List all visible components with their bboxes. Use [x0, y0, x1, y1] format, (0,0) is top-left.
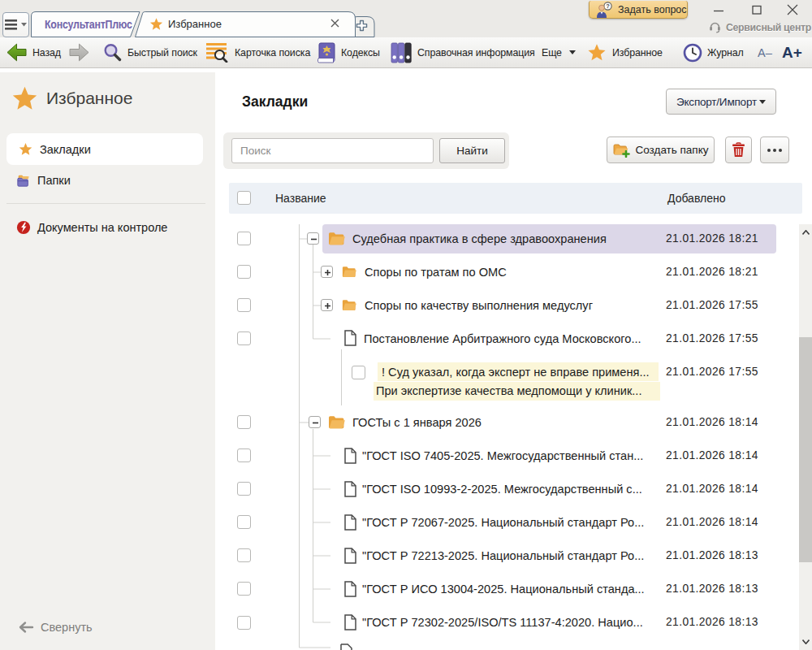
document-icon [340, 644, 352, 650]
row-checkbox[interactable] [352, 366, 365, 379]
row-checkbox[interactable] [237, 332, 251, 345]
row-date: 21.01.2026 18:14 [666, 414, 758, 431]
row-name[interactable]: "ГОСТ ISO 10993-2-2025. Межгосударственн… [362, 480, 642, 498]
row-name[interactable]: "ГОСТ Р 72067-2025. Национальный стандар… [362, 514, 644, 531]
document-icon [344, 481, 356, 497]
row-name[interactable]: "ГОСТ Р 72302-2025/ISO/TS 11137-4:2020. … [362, 613, 643, 631]
row-date: 21.01.2026 17:55 [666, 297, 758, 314]
document-icon [344, 581, 356, 597]
scroll-down-icon[interactable] [799, 635, 812, 648]
vertical-scrollbar[interactable] [799, 224, 812, 650]
row-checkbox[interactable] [237, 582, 251, 596]
plus-icon [323, 268, 332, 277]
row-date: 21.01.2026 18:14 [666, 514, 758, 531]
row-name[interactable]: ГОСТы с 1 января 2026 [352, 414, 482, 431]
collapse-expander-icon[interactable] [309, 416, 321, 428]
scrollbar-thumb[interactable] [799, 337, 812, 562]
row-checkbox[interactable] [237, 616, 251, 630]
minus-icon [309, 235, 318, 244]
row-date: 21.01.2026 18:21 [666, 230, 758, 248]
row-name[interactable]: "ГОСТ Р ИСО 13004-2025. Национальный ста… [362, 580, 645, 598]
row-name-line2[interactable]: При экспертизе качества медпомощи у клин… [376, 382, 641, 400]
row-checkbox[interactable] [237, 515, 251, 529]
row-date: 21.01.2026 17:55 [666, 363, 758, 381]
document-icon [344, 330, 356, 346]
row-checkbox[interactable] [237, 232, 251, 245]
row-date: 21.01.2026 18:13 [666, 547, 758, 565]
folder-icon [342, 298, 356, 312]
collapse-expander-icon[interactable] [307, 232, 319, 245]
row-name[interactable]: ! Суд указал, когда эксперт не вправе пр… [382, 363, 650, 381]
row-name[interactable]: Судебная практика в сфере здравоохранени… [352, 230, 607, 248]
row-checkbox[interactable] [237, 482, 251, 496]
row-name[interactable]: Споры по тратам по ОМС [365, 263, 507, 281]
row-checkbox[interactable] [237, 448, 251, 462]
row-date: 21.01.2026 18:14 [666, 447, 758, 465]
plus-icon [323, 301, 332, 310]
row-checkbox[interactable] [237, 298, 251, 312]
row-name[interactable]: Постановление Арбитражного суда Московск… [364, 330, 641, 348]
scroll-up-icon[interactable] [799, 226, 812, 239]
row-date: 21.01.2026 18:14 [666, 480, 758, 498]
row-date: 21.01.2026 18:13 [666, 613, 758, 631]
folder-icon [328, 231, 345, 246]
row-checkbox[interactable] [237, 548, 251, 562]
row-name[interactable]: "ГОСТ Р 72213-2025. Национальный стандар… [362, 547, 644, 565]
row-name[interactable]: "ГОСТ ISO 7405-2025. Межгосударственный … [362, 447, 643, 465]
document-icon [344, 548, 356, 564]
minus-icon [311, 418, 320, 427]
folder-icon [342, 265, 356, 279]
row-date: 21.01.2026 18:21 [666, 263, 758, 281]
document-icon [344, 448, 356, 464]
expand-expander-icon[interactable] [321, 299, 333, 311]
folder-icon [328, 414, 345, 430]
row-checkbox[interactable] [237, 265, 251, 279]
expand-expander-icon[interactable] [321, 266, 333, 278]
row-date: 21.01.2026 18:13 [666, 580, 758, 598]
row-name[interactable]: Споры по качеству выполнения медуслуг [365, 297, 593, 314]
row-checkbox[interactable] [237, 415, 251, 429]
document-icon [344, 514, 356, 531]
row-date: 21.01.2026 17:55 [666, 330, 758, 348]
app-window: КонсультантПлюс Избранное ? Задать вопро… [0, 0, 812, 650]
document-icon [344, 614, 356, 630]
